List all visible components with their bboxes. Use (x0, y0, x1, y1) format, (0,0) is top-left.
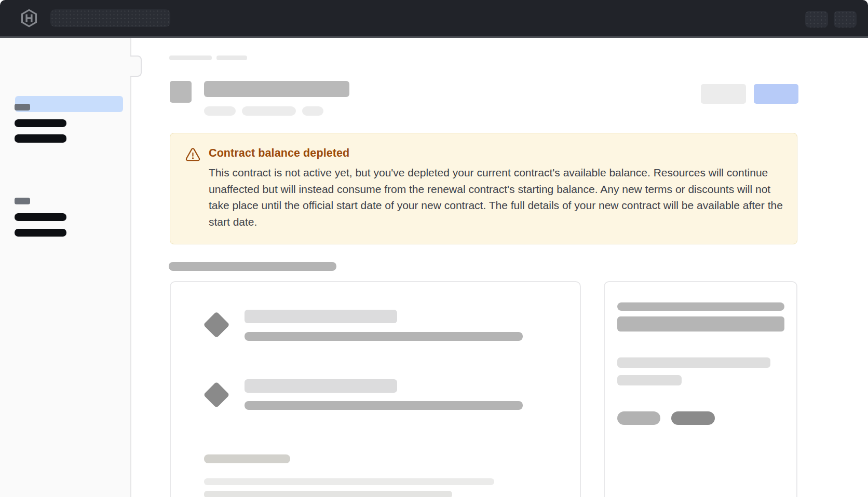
alert-title: Contract balance depleted (209, 147, 349, 160)
sidebar-collapse-handle[interactable] (130, 56, 142, 77)
summary-line-skeleton (617, 375, 682, 385)
header-secondary-button[interactable] (701, 84, 746, 104)
warning-alert: Contract balance depleted This contract … (170, 133, 797, 244)
breadcrumb-segment-1[interactable] (169, 56, 212, 60)
app-window: Contract balance depleted This contract … (0, 0, 868, 497)
sidebar-item-3[interactable] (15, 213, 66, 221)
global-search-input[interactable] (50, 9, 170, 27)
list-row-2-value-skeleton (245, 401, 523, 410)
page-icon (170, 81, 192, 103)
hashicorp-logo-icon[interactable] (20, 8, 38, 28)
header-primary-button[interactable] (754, 84, 798, 104)
card-footnote-label-skeleton (204, 454, 290, 463)
sidebar-section-label-1 (15, 104, 30, 111)
summary-heading-skeleton (617, 316, 784, 332)
page-badge-1 (204, 106, 236, 116)
card-footnote-line-skeleton (204, 478, 494, 485)
sidebar-item-4[interactable] (15, 229, 66, 237)
sidebar-item-2[interactable] (15, 134, 66, 143)
sidebar-section-label-2 (15, 198, 30, 204)
card-footnote-line-skeleton (204, 491, 452, 497)
summary-title-skeleton (617, 302, 784, 311)
alert-body: This contract is not active yet, but you… (209, 164, 784, 230)
sidebar-item-active[interactable] (15, 96, 123, 112)
list-row-1-value-skeleton (245, 332, 523, 341)
breadcrumb-segment-2[interactable] (216, 56, 247, 60)
summary-secondary-pill-button[interactable] (617, 411, 660, 425)
summary-primary-pill-button[interactable] (671, 411, 715, 425)
summary-card (604, 281, 797, 497)
navbar-help-button[interactable] (805, 11, 828, 27)
warning-triangle-icon (185, 147, 201, 163)
sidebar-item-1[interactable] (15, 119, 66, 127)
section-title-skeleton (169, 262, 336, 271)
sidebar-nav (0, 38, 131, 497)
navbar-account-button[interactable] (834, 11, 857, 27)
summary-line-skeleton (617, 357, 770, 368)
top-navbar (0, 0, 868, 38)
list-row-2-title-skeleton (245, 379, 397, 393)
list-row-1-title-skeleton (245, 310, 397, 323)
page-badge-2 (242, 106, 296, 116)
page-badge-3 (302, 106, 323, 116)
page-title-skeleton (204, 81, 349, 97)
